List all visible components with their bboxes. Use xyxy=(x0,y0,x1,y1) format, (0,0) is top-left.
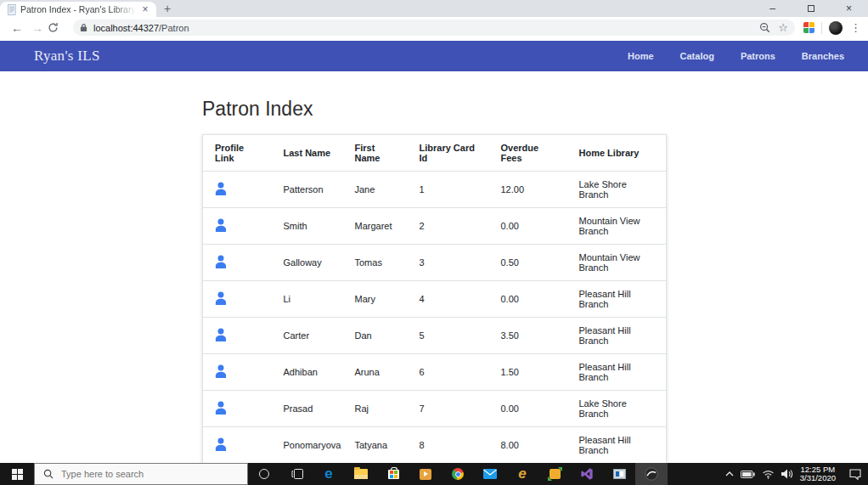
chrome-icon[interactable] xyxy=(442,463,474,485)
new-tab-button[interactable]: + xyxy=(156,2,178,17)
cell-library-card-id: 5 xyxy=(408,318,489,354)
action-center-icon[interactable] xyxy=(849,469,861,480)
cell-last-name: Carter xyxy=(272,318,343,354)
browser-toolbar: ← → localhost:44327/Patron ☆ ⋮ xyxy=(0,17,868,38)
battery-icon[interactable] xyxy=(741,471,755,478)
tab-strip: Patron Index - Ryan's Library Ma × + – × xyxy=(0,0,868,17)
table-row: CarterDan53.50Pleasant Hill Branch xyxy=(203,318,667,354)
task-view-icon[interactable] xyxy=(280,463,313,485)
profile-link-user-icon[interactable] xyxy=(215,255,227,268)
nav-link-patrons[interactable]: Patrons xyxy=(741,51,775,61)
cell-first-name: Margaret xyxy=(343,208,408,245)
table-row: GallowayTomas30.50Mountain View Branch xyxy=(203,245,667,281)
profile-link-user-icon[interactable] xyxy=(215,437,227,451)
cell-home-library: Mountain View Branch xyxy=(567,245,667,281)
cell-first-name: Raj xyxy=(343,391,408,427)
lock-icon xyxy=(80,23,87,32)
cell-first-name: Tomas xyxy=(343,245,408,281)
col-header-profile-link: Profile Link xyxy=(203,135,272,172)
col-header-first-name: First Name xyxy=(343,135,408,172)
forward-button[interactable]: → xyxy=(27,21,48,35)
cell-home-library: Pleasant Hill Branch xyxy=(567,427,667,464)
profile-link-user-icon[interactable] xyxy=(215,182,227,195)
windows-logo-icon xyxy=(12,469,23,480)
tray-chevron-icon[interactable] xyxy=(725,471,734,477)
cell-overdue-fees: 1.50 xyxy=(489,354,567,391)
cell-library-card-id: 1 xyxy=(408,172,489,208)
profile-link-cell xyxy=(203,354,272,391)
cell-home-library: Pleasant Hill Branch xyxy=(567,354,667,391)
clock-date: 3/31/2020 xyxy=(800,474,836,483)
profile-link-user-icon[interactable] xyxy=(215,364,227,378)
search-input[interactable] xyxy=(61,469,231,479)
volume-icon[interactable] xyxy=(781,469,793,479)
tab-close-icon[interactable]: × xyxy=(139,3,151,15)
cell-first-name: Aruna xyxy=(343,354,408,391)
profile-link-cell xyxy=(203,208,272,245)
tray-clock[interactable]: 12:25 PM 3/31/2020 xyxy=(800,465,836,483)
active-app-icon[interactable] xyxy=(635,463,668,485)
url-text: localhost:44327/Patron xyxy=(93,23,759,33)
cortana-icon[interactable] xyxy=(248,463,280,485)
close-button[interactable]: × xyxy=(830,0,868,17)
tab-title: Patron Index - Ryan's Library Ma xyxy=(20,4,136,14)
table-row: PrasadRaj70.00Lake Shore Branch xyxy=(203,391,667,427)
nav-link-catalog[interactable]: Catalog xyxy=(680,51,714,61)
page-content: Patron Index Profile Link Last Name Firs… xyxy=(0,71,868,463)
cell-overdue-fees: 0.00 xyxy=(489,281,567,318)
ie-browser-icon[interactable]: e xyxy=(506,463,538,485)
wifi-icon[interactable] xyxy=(762,470,775,479)
taskbar-search[interactable] xyxy=(34,463,248,485)
start-button[interactable] xyxy=(0,463,34,485)
profile-link-user-icon[interactable] xyxy=(215,218,227,232)
table-header-row: Profile Link Last Name First Name Librar… xyxy=(203,135,667,172)
patron-table-body: PattersonJane112.00Lake Shore BranchSmit… xyxy=(203,172,667,464)
nav-links: Home Catalog Patrons Branches xyxy=(628,51,844,61)
restore-button[interactable] xyxy=(792,0,830,17)
profile-link-user-icon[interactable] xyxy=(215,401,227,415)
refresh-button[interactable] xyxy=(48,22,68,33)
app-window-icon[interactable] xyxy=(603,463,635,485)
page-title: Patron Index xyxy=(202,98,667,121)
nav-link-branches[interactable]: Branches xyxy=(802,51,844,61)
profile-link-user-icon[interactable] xyxy=(215,328,227,341)
cell-home-library: Mountain View Branch xyxy=(567,208,667,245)
back-button[interactable]: ← xyxy=(7,21,27,35)
edge-icon[interactable]: e xyxy=(313,463,345,485)
movies-tv-icon[interactable] xyxy=(409,463,442,485)
cell-home-library: Pleasant Hill Branch xyxy=(567,318,667,354)
table-row: SmithMargaret20.00Mountain View Branch xyxy=(203,208,667,245)
extension-icon[interactable] xyxy=(803,22,814,33)
file-explorer-icon[interactable] xyxy=(345,463,377,485)
profile-avatar[interactable] xyxy=(829,21,843,35)
table-row: AdhibanAruna61.50Pleasant Hill Branch xyxy=(203,354,667,391)
profile-link-user-icon[interactable] xyxy=(215,291,227,305)
cell-first-name: Dan xyxy=(343,318,408,354)
nav-link-home[interactable]: Home xyxy=(628,51,654,61)
visual-studio-icon[interactable] xyxy=(571,463,603,485)
address-bar[interactable]: localhost:44327/Patron ☆ xyxy=(73,20,795,36)
brand-link[interactable]: Ryan's ILS xyxy=(34,48,100,65)
restore-icon xyxy=(808,5,814,12)
bookmark-star-icon[interactable]: ☆ xyxy=(778,21,788,34)
browser-tab[interactable]: Patron Index - Ryan's Library Ma × xyxy=(0,2,156,17)
col-header-last-name: Last Name xyxy=(272,135,343,172)
table-row: PonomaryovaTatyana88.00Pleasant Hill Bra… xyxy=(203,427,667,464)
cell-overdue-fees: 0.50 xyxy=(489,245,567,281)
profile-link-cell xyxy=(203,172,272,208)
zoom-indicator-icon[interactable] xyxy=(759,22,770,33)
profile-link-cell xyxy=(203,427,272,464)
microsoft-store-icon[interactable] xyxy=(377,463,409,485)
search-icon xyxy=(43,469,54,479)
page-favicon-icon xyxy=(7,4,17,15)
sql-tool-icon[interactable] xyxy=(538,463,571,485)
window-controls: – × xyxy=(753,0,868,17)
cell-library-card-id: 7 xyxy=(408,391,489,427)
cell-last-name: Prasad xyxy=(272,391,343,427)
minimize-button[interactable]: – xyxy=(753,0,792,17)
mail-icon[interactable] xyxy=(474,463,506,485)
cell-first-name: Tatyana xyxy=(343,427,408,464)
browser-menu-icon[interactable]: ⋮ xyxy=(850,21,861,34)
cell-overdue-fees: 12.00 xyxy=(489,172,567,208)
toolbar-divider xyxy=(821,22,822,34)
